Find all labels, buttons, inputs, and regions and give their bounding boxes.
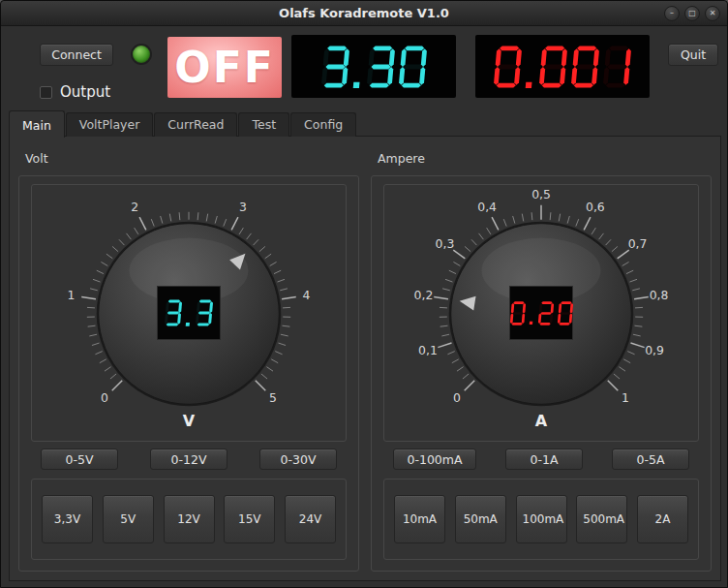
svg-text:0,2: 0,2 [414, 288, 434, 302]
volt-panel: Volt 012345 V 0-5V 0-12V 0-30V 3,3V 5V [18, 148, 359, 572]
current-preset-500ma-button[interactable]: 500mA [576, 495, 627, 543]
current-preset-50ma-button[interactable]: 50mA [455, 495, 506, 543]
svg-text:1: 1 [68, 288, 76, 302]
ampere-knob-frame: 00,10,20,30,40,50,60,70,80,91 A [383, 184, 699, 442]
output-state-display: OFF [167, 37, 282, 98]
voltage-digits [318, 44, 428, 90]
current-preset-frame: 10mA 50mA 100mA 500mA 2A [383, 479, 699, 560]
volt-group-frame: 012345 V 0-5V 0-12V 0-30V 3,3V 5V 12V 15… [18, 175, 359, 572]
quit-button[interactable]: Quit [668, 44, 718, 66]
current-preset-10ma-button[interactable]: 10mA [394, 495, 445, 543]
volt-preset-15v-button[interactable]: 15V [224, 495, 275, 543]
current-range-0-100ma-button[interactable]: 0-100mA [393, 449, 476, 470]
current-knob-display [509, 286, 573, 340]
connection-led [131, 44, 152, 65]
maximize-icon: □ [688, 10, 696, 17]
minimize-button[interactable]: – [664, 6, 680, 21]
volt-knob-digits [164, 298, 215, 327]
output-checkbox[interactable] [40, 86, 52, 99]
current-range-0-1a-button[interactable]: 0-1A [505, 449, 583, 470]
svg-text:1: 1 [622, 390, 629, 405]
svg-text:0,8: 0,8 [650, 288, 669, 302]
volt-range-0-5v-button[interactable]: 0-5V [41, 449, 118, 470]
current-knob-digits [508, 300, 573, 326]
svg-text:0,7: 0,7 [628, 236, 648, 251]
connect-button[interactable]: Connect [40, 44, 113, 66]
close-button[interactable]: ✕ [705, 6, 720, 21]
svg-text:0,5: 0,5 [531, 187, 551, 201]
svg-text:0,1: 0,1 [418, 343, 438, 357]
current-display [475, 35, 650, 98]
svg-text:5: 5 [269, 390, 277, 405]
ampere-unit-label: A [384, 412, 698, 430]
current-range-row: 0-100mA 0-1A 0-5A [393, 449, 689, 470]
window-title: Olafs Koradremote V1.0 [1, 1, 727, 26]
svg-text:0,3: 0,3 [436, 236, 455, 251]
volt-group-label: Volt [18, 148, 359, 175]
output-state-text: OFF [174, 43, 275, 92]
tab-voltplayer[interactable]: VoltPlayer [66, 112, 154, 137]
svg-text:0,9: 0,9 [645, 343, 664, 357]
tab-test[interactable]: Test [238, 112, 289, 137]
minimize-icon: – [670, 10, 674, 17]
volt-preset-24v-button[interactable]: 24V [285, 495, 336, 543]
current-preset-100ma-button[interactable]: 100mA [516, 495, 567, 543]
current-preset-2a-button[interactable]: 2A [637, 495, 688, 543]
svg-text:4: 4 [303, 288, 311, 302]
maximize-button[interactable]: □ [684, 6, 700, 21]
app-window: Olafs Koradremote V1.0 – □ ✕ Connect OFF… [0, 0, 728, 588]
svg-text:3: 3 [239, 200, 247, 214]
window-controls: – □ ✕ [664, 6, 720, 21]
volt-unit-label: V [32, 412, 346, 430]
ampere-panel: Ampere 00,10,20,30,40,50,60,70,80,91 A 0… [371, 148, 712, 572]
svg-text:0: 0 [101, 390, 108, 405]
volt-preset-12v-button[interactable]: 12V [164, 495, 215, 543]
volt-range-row: 0-5V 0-12V 0-30V [41, 449, 337, 470]
close-icon: ✕ [710, 10, 716, 17]
tab-main[interactable]: Main [9, 110, 65, 138]
volt-preset-3v3-button[interactable]: 3,3V [42, 495, 93, 543]
volt-knob-frame: 012345 V [31, 184, 347, 442]
tab-config[interactable]: Config [290, 112, 356, 137]
svg-text:0,6: 0,6 [586, 200, 605, 214]
tab-content-main: Volt 012345 V 0-5V 0-12V 0-30V 3,3V 5V [9, 136, 721, 581]
svg-text:0,4: 0,4 [477, 200, 497, 214]
svg-text:2: 2 [131, 200, 138, 214]
current-range-0-5a-button[interactable]: 0-5A [612, 449, 689, 470]
volt-knob-display [157, 286, 221, 340]
tabbar: Main VoltPlayer CurrRead Test Config [9, 111, 357, 137]
volt-preset-frame: 3,3V 5V 12V 15V 24V [31, 479, 347, 560]
volt-preset-5v-button[interactable]: 5V [103, 495, 154, 543]
svg-text:0: 0 [453, 390, 461, 405]
ampere-group-frame: 00,10,20,30,40,50,60,70,80,91 A 0-100mA … [371, 175, 712, 572]
titlebar: Olafs Koradremote V1.0 – □ ✕ [1, 1, 727, 26]
output-toggle-row: Output [40, 83, 110, 101]
volt-range-0-30v-button[interactable]: 0-30V [259, 449, 337, 470]
ampere-group-label: Ampere [371, 148, 712, 175]
output-label: Output [60, 83, 110, 101]
current-digits [492, 44, 633, 90]
volt-range-0-12v-button[interactable]: 0-12V [150, 449, 228, 470]
tab-currread[interactable]: CurrRead [154, 112, 237, 137]
voltage-display [291, 35, 456, 98]
